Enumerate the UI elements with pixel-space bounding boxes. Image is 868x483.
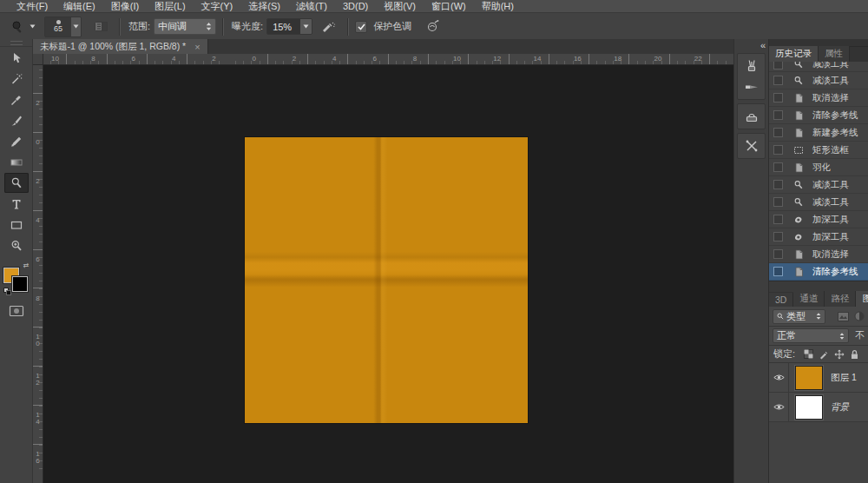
tool-presets-panel-button[interactable] xyxy=(738,136,766,156)
layer-filter-dropdown[interactable]: 类型 xyxy=(773,309,825,324)
menu-item[interactable]: 文件(F) xyxy=(9,0,56,13)
vertical-ruler[interactable]: 2024681 01 21 41 6 xyxy=(33,65,43,483)
history-step[interactable]: 取消选择 xyxy=(769,246,868,263)
brush-preset-arrow[interactable] xyxy=(71,17,81,36)
history-set-source-checkbox[interactable] xyxy=(773,110,783,120)
history-step[interactable]: 减淡工具 xyxy=(769,62,868,72)
shape-tool[interactable] xyxy=(4,215,29,235)
range-dropdown[interactable]: 中间调 xyxy=(154,18,216,35)
brush-tool[interactable] xyxy=(4,110,29,130)
swap-colors-icon[interactable]: ⇄ xyxy=(23,262,30,269)
history-set-source-checkbox[interactable] xyxy=(773,62,783,69)
ruler-tick-label: 4 xyxy=(34,217,42,224)
lock-position-icon[interactable] xyxy=(834,349,845,360)
brush-pressure-icon[interactable] xyxy=(425,20,441,33)
history-set-source-checkbox[interactable] xyxy=(773,249,783,259)
layer-visibility-toggle[interactable] xyxy=(769,393,789,421)
lock-pixels-icon[interactable] xyxy=(819,349,829,360)
pixel-filter-icon[interactable] xyxy=(838,312,849,321)
history-set-source-checkbox[interactable] xyxy=(773,93,783,103)
document-history-icon xyxy=(792,110,805,121)
history-set-source-checkbox[interactable] xyxy=(773,232,783,242)
history-set-source-checkbox[interactable] xyxy=(773,145,783,155)
lock-all-icon[interactable] xyxy=(850,349,859,360)
history-step[interactable]: 减淡工具 xyxy=(769,176,868,194)
zoom-tool[interactable] xyxy=(4,235,29,255)
menu-item[interactable]: 编辑(E) xyxy=(56,0,103,13)
history-step[interactable]: 清除参考线 xyxy=(769,263,868,281)
blend-mode-dropdown[interactable]: 正常 xyxy=(773,328,849,343)
collapse-panels-icon[interactable]: « xyxy=(760,41,765,50)
history-step[interactable]: 加深工具 xyxy=(769,228,868,246)
menu-item[interactable]: 视图(V) xyxy=(376,0,424,13)
lock-transparency-icon[interactable] xyxy=(804,349,813,359)
history-set-source-checkbox[interactable] xyxy=(773,267,783,276)
brush-tool-icon xyxy=(10,114,23,128)
background-color-swatch[interactable] xyxy=(12,276,28,292)
protect-tones-checkbox[interactable] xyxy=(355,21,367,33)
quick-mask-button[interactable] xyxy=(4,302,29,320)
menu-item[interactable]: 窗口(W) xyxy=(424,0,474,13)
history-step[interactable]: 矩形选框 xyxy=(769,142,868,159)
exposure-arrow[interactable] xyxy=(300,19,312,34)
airbrush-icon[interactable] xyxy=(321,20,337,33)
layer-row[interactable]: 图层 1 xyxy=(769,363,868,393)
history-set-source-checkbox[interactable] xyxy=(773,128,783,137)
tab-路径[interactable]: 路径 xyxy=(825,291,856,307)
adjustment-filter-icon[interactable] xyxy=(854,311,865,321)
history-step[interactable]: 减淡工具 xyxy=(769,72,868,89)
brush-presets-panel-button[interactable] xyxy=(738,76,766,97)
dodge-tool[interactable] xyxy=(4,173,29,193)
move-tool[interactable] xyxy=(4,48,29,68)
menu-item[interactable]: 滤镜(T) xyxy=(288,0,335,13)
toggle-brush-panel-icon[interactable] xyxy=(94,20,108,33)
history-set-source-checkbox[interactable] xyxy=(773,76,783,85)
burn-history-icon xyxy=(792,215,805,225)
magic-wand-tool[interactable] xyxy=(4,69,29,89)
history-step[interactable]: 加深工具 xyxy=(769,211,868,228)
brush-preset-picker[interactable]: 65 xyxy=(44,17,82,37)
gradient-tool[interactable] xyxy=(4,152,29,172)
tool-preset-picker[interactable] xyxy=(5,20,36,34)
layer-visibility-toggle[interactable] xyxy=(769,363,789,392)
tab-history[interactable]: 历史记录 xyxy=(769,46,819,62)
menu-item[interactable]: 选择(S) xyxy=(240,0,288,13)
menu-item[interactable]: 图像(I) xyxy=(103,0,147,13)
history-step[interactable]: 新建参考线 xyxy=(769,124,868,142)
menu-item[interactable]: 帮助(H) xyxy=(474,0,522,13)
default-colors-icon[interactable] xyxy=(3,288,10,294)
history-step[interactable]: 清除参考线 xyxy=(769,107,868,124)
layer-row[interactable]: 背景 xyxy=(769,393,868,422)
document-history-icon xyxy=(792,249,805,260)
document-tab[interactable]: 未标题-1 @ 100% (图层 1, RGB/8) * × xyxy=(33,39,208,54)
clone-source-panel-button[interactable] xyxy=(738,106,766,127)
tab-3D[interactable]: 3D xyxy=(769,293,793,307)
tab-通道[interactable]: 通道 xyxy=(793,291,825,307)
history-set-source-checkbox[interactable] xyxy=(773,180,783,189)
history-step[interactable]: 取消选择 xyxy=(769,89,868,107)
toolbar-grip[interactable] xyxy=(0,39,32,47)
tab-图层[interactable]: 图层 xyxy=(856,291,868,307)
canvas[interactable] xyxy=(43,65,733,483)
history-brush-panel-button[interactable] xyxy=(738,56,766,76)
history-set-source-checkbox[interactable] xyxy=(773,197,783,207)
dodge-history-icon xyxy=(792,180,805,190)
eyedropper-tool[interactable] xyxy=(4,89,29,109)
ruler-tick-label: 8 xyxy=(413,55,417,63)
orange-square-artwork[interactable] xyxy=(245,137,528,423)
pencil-tool[interactable] xyxy=(4,131,29,151)
horizontal-ruler[interactable]: 1086420246810121416182022 xyxy=(33,54,733,65)
menu-item[interactable]: 3D(D) xyxy=(335,0,376,13)
menu-item[interactable]: 图层(L) xyxy=(147,0,193,13)
menu-item[interactable]: 文字(Y) xyxy=(194,0,241,13)
close-tab-icon[interactable]: × xyxy=(194,42,200,52)
history-step[interactable]: 减淡工具 xyxy=(769,194,868,211)
type-tool[interactable] xyxy=(4,194,29,214)
history-step[interactable]: 羽化 xyxy=(769,159,868,176)
tab-properties[interactable]: 属性 xyxy=(819,46,850,62)
brush-presets-icon xyxy=(744,79,760,95)
exposure-input[interactable]: 15% xyxy=(267,19,300,34)
history-set-source-checkbox[interactable] xyxy=(773,162,783,172)
history-set-source-checkbox[interactable] xyxy=(773,215,783,224)
ruler-tick-label: 0 xyxy=(34,139,42,146)
